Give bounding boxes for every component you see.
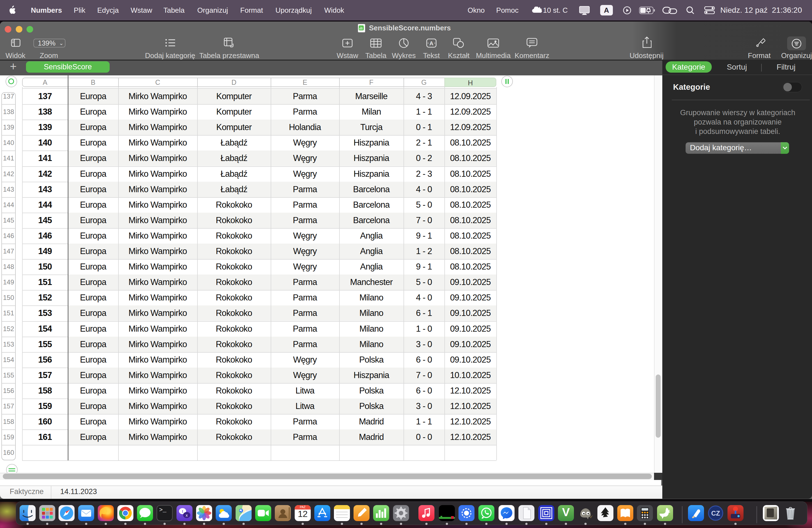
svg-text:x: x: [186, 513, 188, 517]
svg-text:CZ: CZ: [711, 510, 720, 517]
svg-text:A: A: [430, 40, 433, 46]
